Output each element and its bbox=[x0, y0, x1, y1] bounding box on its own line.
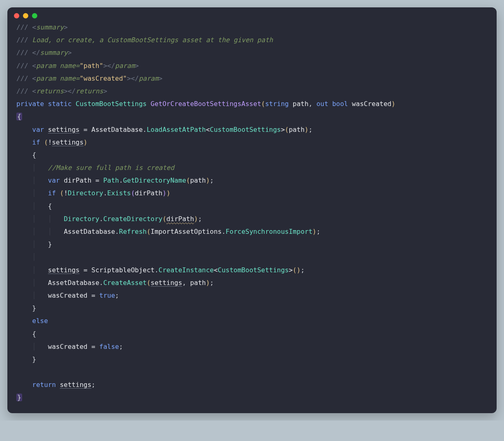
op-eq: = bbox=[91, 176, 103, 184]
dot: . bbox=[143, 126, 147, 133]
kw-else: else bbox=[32, 317, 48, 325]
arg-dirPath: dirPath bbox=[135, 189, 162, 197]
kw-static: static bbox=[48, 100, 72, 108]
paren: ) bbox=[391, 100, 395, 108]
doc-slashes: /// bbox=[16, 62, 28, 70]
dot: . bbox=[119, 176, 123, 184]
type-bool: bool bbox=[332, 100, 348, 108]
paren: ) bbox=[206, 279, 210, 287]
var-wasCreated: wasCreated bbox=[48, 343, 87, 351]
tag-lt: </ bbox=[107, 62, 115, 70]
paren: ( bbox=[186, 176, 190, 184]
kw-if: if bbox=[32, 138, 40, 146]
close-icon[interactable] bbox=[14, 13, 19, 18]
tag-lt: < bbox=[28, 62, 36, 70]
tag-gt: > bbox=[127, 75, 131, 82]
tag-lt: < bbox=[28, 23, 36, 31]
tag-returns: returns bbox=[76, 87, 103, 95]
tag-mid: ></ bbox=[64, 87, 76, 95]
paren: ) bbox=[313, 228, 317, 235]
tag-gt: > bbox=[135, 62, 139, 70]
paren: ) bbox=[297, 266, 301, 274]
method-CreateInstance: CreateInstance bbox=[159, 266, 214, 274]
maximize-icon[interactable] bbox=[32, 13, 37, 18]
tag-lt: < bbox=[28, 75, 36, 82]
method-LoadAssetAtPath: LoadAssetAtPath bbox=[147, 126, 206, 133]
lt: < bbox=[214, 266, 218, 274]
paren: ( bbox=[162, 215, 166, 223]
tag-param: param bbox=[36, 62, 56, 70]
paren: ) bbox=[162, 189, 166, 197]
dot: . bbox=[154, 266, 159, 274]
method-CreateAsset: CreateAsset bbox=[103, 279, 147, 287]
tag-summary: summary bbox=[36, 23, 64, 31]
arg-settings: settings bbox=[151, 279, 182, 287]
op-eq: = bbox=[79, 126, 91, 133]
paren: ( bbox=[131, 189, 135, 197]
type-AssetDatabase: AssetDatabase bbox=[48, 279, 99, 287]
paren: ) bbox=[304, 126, 309, 133]
attr-value: "wasCreated" bbox=[79, 75, 127, 82]
doc-slashes: /// bbox=[16, 75, 28, 82]
paren: ( bbox=[293, 266, 297, 274]
minimize-icon[interactable] bbox=[23, 13, 28, 18]
method-Exists: Exists bbox=[107, 189, 131, 197]
gt: > bbox=[281, 126, 285, 133]
paren: ) bbox=[84, 138, 88, 146]
type-ScriptableObject: ScriptableObject bbox=[91, 266, 154, 274]
kw-if: if bbox=[48, 189, 56, 197]
tag-gt: > bbox=[68, 49, 72, 57]
tag-lt: </ bbox=[131, 75, 138, 82]
enum-ForceSynchronousImport: ForceSynchronousImport bbox=[226, 228, 313, 235]
gt: > bbox=[289, 266, 293, 274]
paren: ( bbox=[60, 189, 64, 197]
dot: . bbox=[99, 215, 103, 223]
kw-var: var bbox=[48, 176, 60, 184]
type-ImportAssetOptions: ImportAssetOptions bbox=[151, 228, 222, 235]
arg-path: path bbox=[190, 279, 206, 287]
var-dirPath: dirPath bbox=[64, 176, 91, 184]
doc-slashes: /// bbox=[16, 87, 28, 95]
paren: ( bbox=[147, 228, 151, 235]
code-area[interactable]: /// <summary> /// Load, or create, a Cus… bbox=[7, 19, 497, 413]
doc-slashes: /// bbox=[16, 23, 28, 31]
paren: ( bbox=[147, 279, 151, 287]
arg-path: path bbox=[289, 126, 305, 133]
tag-gt: > bbox=[64, 23, 68, 31]
type-CustomBootSettings: CustomBootSettings bbox=[210, 126, 281, 133]
method-GetDirectoryName: GetDirectoryName bbox=[123, 176, 186, 184]
op-eq: = bbox=[87, 292, 99, 299]
param-wasCreated: wasCreated bbox=[352, 100, 391, 108]
dot: . bbox=[222, 228, 226, 235]
tag-param: param bbox=[115, 62, 135, 70]
type-return: CustomBootSettings bbox=[76, 100, 147, 108]
attr-name: name= bbox=[56, 62, 79, 70]
op-eq: = bbox=[79, 266, 91, 274]
method-Refresh: Refresh bbox=[119, 228, 147, 235]
close-brace: } bbox=[16, 394, 22, 401]
paren: ( bbox=[285, 126, 289, 133]
tag-lt: </ bbox=[28, 49, 40, 57]
method-CreateDirectory: CreateDirectory bbox=[103, 215, 163, 223]
lt: < bbox=[206, 126, 210, 133]
var-settings: settings bbox=[48, 266, 79, 274]
tag-gt: > bbox=[103, 87, 107, 95]
tag-gt: > bbox=[103, 62, 107, 70]
tag-summary: summary bbox=[40, 49, 68, 57]
tag-gt: > bbox=[159, 75, 163, 82]
tag-param: param bbox=[36, 75, 56, 82]
op-not: ! bbox=[48, 138, 52, 146]
var-settings: settings bbox=[60, 381, 91, 389]
paren: ( bbox=[44, 138, 48, 146]
type-Directory: Directory bbox=[68, 189, 103, 197]
op-not: ! bbox=[64, 189, 68, 197]
paren: ( bbox=[261, 100, 265, 108]
doc-text: Load, or create, a CustomBootSettings as… bbox=[28, 36, 273, 44]
attr-value: "path" bbox=[79, 62, 103, 70]
tag-returns: returns bbox=[36, 87, 64, 95]
dot: . bbox=[115, 228, 119, 235]
type-string: string bbox=[265, 100, 289, 108]
arg-path: path bbox=[190, 176, 206, 184]
tag-lt: < bbox=[28, 87, 36, 95]
type-Directory: Directory bbox=[64, 215, 100, 223]
